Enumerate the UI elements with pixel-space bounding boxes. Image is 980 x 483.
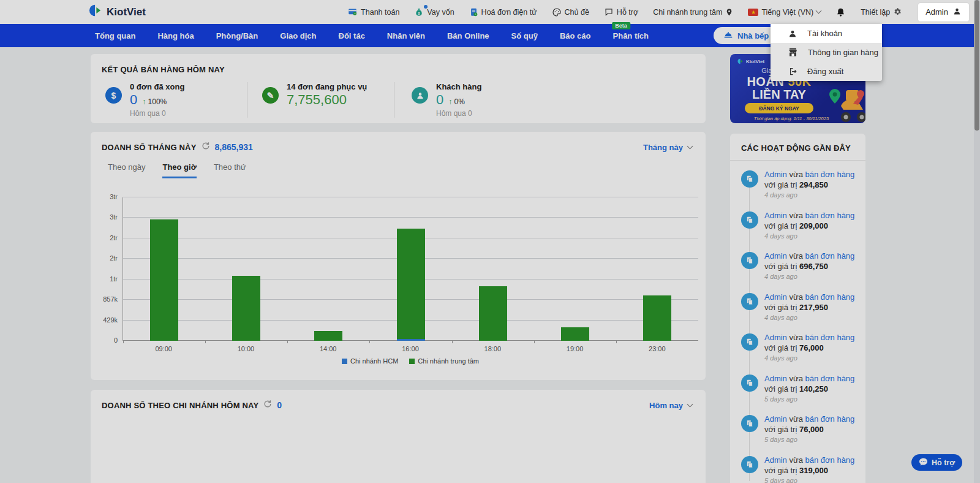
store-icon (788, 48, 798, 57)
menu-item--ang-xuat[interactable]: Đăng xuất (771, 62, 882, 81)
user-icon (952, 7, 962, 18)
menu-item-label: Tài khoản (807, 29, 842, 38)
admin-account-button[interactable]: Admin (918, 3, 969, 21)
user-icon (788, 29, 797, 39)
account-dropdown-menu: Tài khoảnThông tin gian hàngĐăng xuất (771, 24, 882, 81)
menu-item-label: Đăng xuất (807, 67, 843, 76)
logout-icon (788, 67, 797, 76)
menu-item-label: Thông tin gian hàng (808, 48, 878, 57)
menu-item-thong-tin-gian-hang[interactable]: Thông tin gian hàng (771, 43, 882, 62)
menu-item-tai-khoan[interactable]: Tài khoản (771, 24, 882, 43)
